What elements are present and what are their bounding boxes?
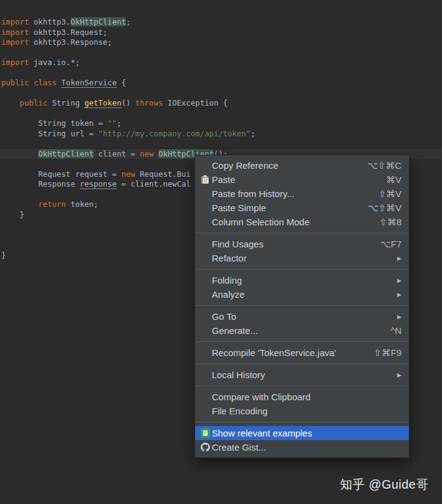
code-token (1, 200, 38, 209)
code-token: import (1, 28, 34, 37)
menu-item-label: Column Selection Mode (212, 217, 366, 227)
icon-spacer (200, 217, 210, 227)
icon-spacer (200, 189, 210, 198)
menu-item-paste[interactable]: Paste⌘V (195, 173, 409, 187)
menu-item-label: Copy Reference (212, 160, 354, 171)
code-token: ; (126, 17, 131, 26)
code-token: OkHttpClient (38, 149, 93, 158)
icon-spacer (200, 348, 210, 357)
menu-separator (195, 363, 409, 364)
code-line: public String getToken() throws IOExcept… (0, 98, 442, 109)
code-token: { (117, 78, 126, 87)
icon-spacer (200, 312, 210, 321)
menu-item-label: Find Usages (212, 239, 366, 249)
code-token: () (122, 98, 136, 107)
code-line (0, 88, 442, 99)
code-token: new (122, 169, 140, 179)
menu-item-label: File Encoding (212, 406, 401, 416)
menu-item-show-relevant-examples[interactable]: Show relevant examples (195, 426, 409, 440)
code-token: = client.newCal (117, 179, 190, 188)
code-token: response (80, 179, 117, 189)
code-token: token; (66, 200, 98, 209)
code-token: ; (117, 118, 122, 128)
code-token: TokenService (61, 78, 117, 88)
code-token: IOException { (168, 98, 228, 107)
menu-separator (195, 269, 409, 269)
code-line (0, 68, 442, 79)
submenu-arrow-icon: ▶ (397, 292, 401, 298)
menu-item-label: Local History (212, 370, 384, 380)
menu-item-label: Refactor (212, 253, 384, 263)
icon-spacer (200, 326, 210, 335)
menu-item-label: Paste (212, 174, 373, 185)
menu-item-copy-reference[interactable]: Copy Reference⌥⇧⌘C (195, 158, 409, 173)
code-token (1, 98, 20, 107)
code-token: java.io.*; (34, 58, 80, 67)
code-token: String token = (1, 118, 107, 128)
menu-item-refactor[interactable]: Refactor▶ (195, 251, 409, 265)
menu-item-find-usages[interactable]: Find Usages⌥F7 (195, 237, 409, 251)
icon-spacer (200, 290, 210, 299)
github-icon (200, 443, 210, 452)
submenu-arrow-icon: ▶ (397, 372, 401, 378)
code-token: } (1, 210, 25, 219)
icon-spacer (200, 161, 210, 170)
icon-spacer (200, 203, 210, 212)
menu-shortcut: ⌘V (386, 174, 401, 185)
submenu-arrow-icon: ▶ (397, 255, 401, 262)
code-token: public class (1, 78, 61, 87)
menu-item-folding[interactable]: Folding▶ (195, 273, 409, 287)
menu-item-label: Go To (212, 311, 384, 322)
menu-item-generate[interactable]: Generate...^N (195, 324, 409, 338)
menu-item-local-history[interactable]: Local History▶ (195, 368, 409, 382)
code-token: new (140, 149, 158, 158)
menu-item-go-to[interactable]: Go To▶ (195, 309, 409, 324)
code-line: import okhttp3.Response; (0, 37, 442, 48)
code-line: import okhttp3.OkHttpClient; (0, 17, 442, 28)
code-token: Request.Bui (140, 169, 191, 179)
code-token: okhttp3.Response; (34, 37, 112, 47)
menu-item-paste-from-history[interactable]: Paste from History...⇧⌘V (195, 187, 409, 201)
menu-item-file-encoding[interactable]: File Encoding (195, 404, 409, 418)
code-line: import okhttp3.Request; (0, 28, 442, 38)
code-token: import (1, 58, 34, 67)
code-token: Request request = (1, 169, 122, 179)
menu-item-label: Compare with Clipboard (212, 392, 401, 402)
menu-item-label: Create Gist... (212, 442, 401, 452)
context-menu: Copy Reference⌥⇧⌘CPaste⌘VPaste from Hist… (195, 155, 409, 458)
menu-item-compare-with-clipboard[interactable]: Compare with Clipboard (195, 390, 409, 404)
menu-item-column-selection-mode[interactable]: Column Selection Mode⇧⌘8 (195, 215, 409, 229)
menu-item-recompile-tokenservice-java[interactable]: Recompile 'TokenService.java'⇧⌘F9 (195, 346, 409, 360)
menu-shortcut: ⌥⇧⌘C (367, 160, 401, 171)
menu-shortcut: ⌥⇧⌘V (368, 203, 401, 214)
code-token: ; (250, 129, 255, 138)
code-line: import java.io.*; (0, 58, 442, 68)
code-token (1, 149, 38, 158)
code-token: "" (107, 118, 117, 128)
code-token: "http://my.company.com/api/token" (98, 129, 250, 138)
code-token: Response (1, 179, 80, 188)
icon-spacer (200, 254, 210, 263)
code-token: String url = (1, 129, 98, 138)
icon-spacer (200, 239, 210, 249)
code-token: } (1, 250, 6, 260)
menu-item-analyze[interactable]: Analyze▶ (195, 287, 409, 301)
code-token: return (38, 200, 66, 209)
code-line (0, 139, 442, 149)
menu-shortcut: ⇧⌘8 (379, 217, 401, 228)
code-token: OkHttpClient (71, 17, 126, 26)
code-line (0, 48, 442, 58)
menu-shortcut: ^N (390, 325, 401, 336)
menu-separator (195, 341, 409, 342)
menu-item-label: Paste from History... (212, 188, 365, 199)
menu-item-label: Show relevant examples (212, 428, 401, 438)
code-token: okhttp3. (34, 17, 71, 26)
menu-item-label: Generate... (212, 325, 377, 336)
code-token: import (1, 17, 34, 26)
menu-item-paste-simple[interactable]: Paste Simple⌥⇧⌘V (195, 201, 409, 215)
code-token: getToken (84, 98, 121, 108)
menu-separator (195, 386, 409, 386)
menu-item-create-gist[interactable]: Create Gist... (195, 440, 409, 454)
code-line: public class TokenService { (0, 78, 442, 88)
paste-icon (200, 175, 210, 184)
